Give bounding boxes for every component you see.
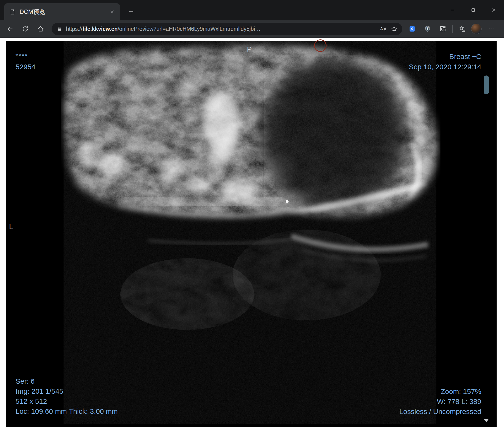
browser-tab[interactable]: DCM预览 [4, 3, 120, 20]
scrollbar-down-arrow[interactable] [484, 419, 488, 422]
image-number: Img: 201 1/545 [16, 386, 118, 396]
extensions-puzzle-icon [439, 25, 446, 33]
maximize-button[interactable] [463, 0, 484, 20]
page-content: **** 52954 Breast +C Sep 10, 2020 12:29:… [0, 38, 504, 430]
window-level: W: 778 L: 389 [399, 396, 481, 407]
favorite-star-icon [391, 26, 397, 32]
overlay-study: Breast +C Sep 10, 2020 12:29:14 [409, 51, 481, 72]
compression-info: Lossless / Uncompressed [399, 407, 481, 417]
close-button[interactable] [484, 0, 504, 20]
extensions-button[interactable] [436, 22, 450, 36]
profile-avatar[interactable] [471, 24, 482, 34]
zoom-level: Zoom: 157% [399, 386, 481, 396]
document-icon [9, 8, 16, 15]
orientation-marker-left: L [9, 222, 13, 231]
url-path: /onlinePreview?url=aHR0cHM6Ly9maWxlLmtrd… [118, 26, 261, 32]
minimize-button[interactable] [442, 0, 463, 20]
series-number: Ser: 6 [16, 376, 118, 386]
lock-icon [56, 26, 63, 32]
study-description: Breast +C [409, 51, 481, 62]
svg-text:A: A [380, 27, 383, 31]
toolbar-divider [452, 25, 453, 33]
shield-extension-icon: T [424, 25, 431, 33]
scrollbar-thumb[interactable] [484, 75, 489, 94]
favorites-hub-button[interactable] [456, 22, 469, 36]
more-menu-button[interactable] [484, 22, 498, 36]
dicom-viewport[interactable]: **** 52954 Breast +C Sep 10, 2020 12:29:… [6, 41, 497, 427]
refresh-button[interactable] [19, 22, 32, 36]
patient-number: 52954 [16, 61, 35, 72]
address-bar[interactable]: https://file.kkview.cn/onlinePreview?url… [52, 23, 402, 35]
svg-text:T: T [427, 27, 429, 31]
refresh-icon [22, 25, 29, 33]
new-tab-button[interactable] [126, 6, 137, 17]
url-scheme: https:// [66, 26, 82, 32]
overlay-series-info: Ser: 6 Img: 201 1/545 512 x 512 Loc: 109… [16, 376, 118, 416]
navigation-bar: https://file.kkview.cn/onlinePreview?url… [0, 20, 504, 38]
more-menu-icon [487, 25, 495, 33]
back-button[interactable] [3, 22, 17, 36]
overlay-display-info: Zoom: 157% W: 778 L: 389 Lossless / Unco… [399, 386, 481, 417]
tab-strip: DCM预览 [0, 0, 504, 20]
slice-location: Loc: 109.60 mm Thick: 3.00 mm [16, 406, 118, 416]
study-datetime: Sep 10, 2020 12:29:14 [409, 62, 481, 72]
home-button[interactable] [34, 22, 47, 36]
favorites-hub-icon [459, 25, 466, 33]
translate-extension-icon [409, 25, 416, 33]
shield-extension-button[interactable]: T [421, 22, 434, 36]
read-aloud-button[interactable]: A [377, 23, 388, 35]
read-aloud-icon: A [379, 26, 386, 32]
translate-extension-button[interactable] [405, 22, 419, 36]
home-icon [37, 25, 44, 33]
orientation-marker-posterior: P [245, 45, 254, 54]
window-controls [442, 0, 504, 20]
browser-window: { "browser": { "tab": { "title": "DCM预览"… [0, 0, 504, 430]
tab-close-icon[interactable] [107, 7, 117, 17]
image-matrix: 512 x 512 [16, 396, 118, 406]
overlay-patient: **** 52954 [16, 50, 35, 72]
url-host: file.kkview.cn [82, 26, 117, 32]
favorite-star-button[interactable] [388, 23, 400, 35]
mri-image [6, 41, 497, 427]
annotation-circle [314, 39, 326, 52]
url-text: https://file.kkview.cn/onlinePreview?url… [66, 26, 377, 32]
back-icon [7, 25, 14, 33]
patient-id-masked: **** [16, 50, 35, 61]
tab-title: DCM预览 [20, 8, 107, 16]
